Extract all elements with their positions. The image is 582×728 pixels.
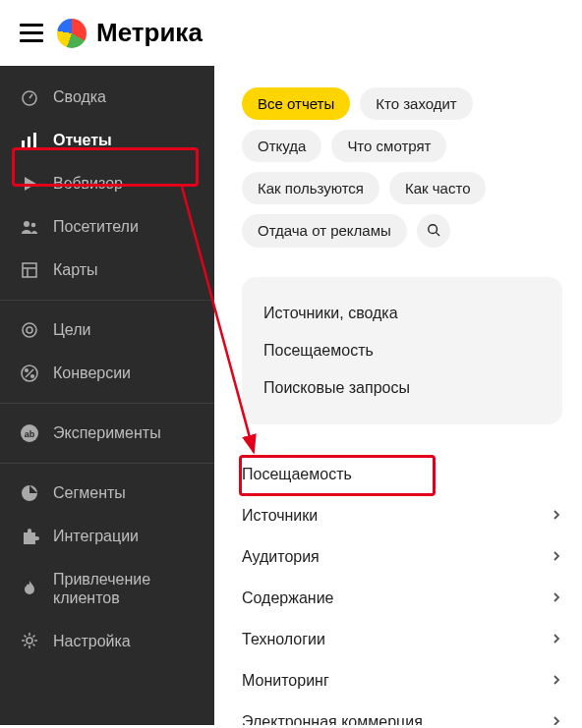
- sidebar-item-label: Карты: [53, 260, 98, 279]
- chip-how-used[interactable]: Как пользуются: [242, 172, 379, 204]
- chevron-right-icon: [551, 589, 562, 607]
- chip-all-reports[interactable]: Все отчеты: [242, 87, 350, 120]
- sidebar-item-label: Конверсии: [53, 364, 131, 382]
- gear-icon: [20, 631, 39, 650]
- report-categories: Посещаемость Источники Аудитория Содержа…: [242, 454, 562, 725]
- filter-chips: Все отчеты Кто заходит Откуда Что смотря…: [242, 87, 562, 248]
- sidebar-divider: [0, 403, 214, 404]
- category-content[interactable]: Содержание: [242, 578, 562, 619]
- menu-toggle-icon[interactable]: [20, 24, 43, 42]
- chevron-right-icon: [551, 631, 562, 648]
- svg-rect-2: [28, 137, 30, 147]
- svg-point-18: [27, 638, 32, 644]
- category-label: Содержание: [242, 589, 334, 607]
- sidebar-item-label: Отчеты: [53, 131, 112, 149]
- sidebar-item-label: Посетители: [53, 217, 139, 236]
- sidebar-item-label: Сегменты: [53, 483, 126, 502]
- content-area: Все отчеты Кто заходит Откуда Что смотря…: [214, 66, 582, 725]
- pie-icon: [20, 483, 39, 503]
- brand-logo[interactable]: Метрика: [57, 18, 203, 48]
- svg-point-15: [31, 375, 34, 378]
- chip-from-where[interactable]: Откуда: [242, 130, 321, 162]
- sidebar: Сводка Отчеты Вебвизор Посетители Карты: [0, 66, 214, 725]
- svg-point-6: [31, 223, 36, 228]
- sidebar-item-settings[interactable]: Настройка: [0, 619, 214, 662]
- target-icon: [20, 320, 39, 340]
- search-chip[interactable]: [417, 214, 450, 248]
- popular-report-search-queries[interactable]: Поисковые запросы: [263, 369, 541, 407]
- sidebar-item-goals[interactable]: Цели: [0, 308, 214, 352]
- category-label: Технологии: [242, 631, 325, 648]
- sidebar-item-label: Интеграции: [53, 527, 139, 545]
- sidebar-item-label: Эксперименты: [53, 423, 161, 442]
- chip-ad-return[interactable]: Отдача от рекламы: [242, 214, 407, 248]
- svg-point-5: [24, 221, 29, 227]
- flame-icon: [20, 579, 39, 598]
- category-traffic[interactable]: Посещаемость: [242, 454, 562, 495]
- category-technology[interactable]: Технологии: [242, 619, 562, 660]
- chip-how-often[interactable]: Как часто: [389, 172, 487, 204]
- sidebar-item-integrations[interactable]: Интеграции: [0, 515, 214, 558]
- chip-what-viewed[interactable]: Что смотрят: [331, 130, 446, 162]
- chevron-right-icon: [551, 713, 562, 725]
- svg-rect-3: [33, 133, 36, 147]
- brand-logo-icon: [57, 19, 87, 48]
- category-label: Посещаемость: [242, 466, 352, 483]
- sidebar-item-summary[interactable]: Сводка: [0, 76, 214, 119]
- sidebar-item-label: Настройка: [53, 632, 131, 650]
- popular-report-traffic[interactable]: Посещаемость: [263, 332, 541, 369]
- svg-rect-1: [22, 140, 25, 147]
- sidebar-item-label: Цели: [53, 320, 90, 339]
- ab-icon: ab: [20, 423, 39, 443]
- svg-rect-7: [23, 263, 36, 277]
- brand-name: Метрика: [96, 18, 203, 48]
- svg-point-19: [429, 224, 437, 233]
- svg-marker-4: [25, 177, 36, 191]
- play-icon: [20, 174, 39, 194]
- category-label: Аудитория: [242, 548, 320, 566]
- category-monitoring[interactable]: Мониторинг: [242, 660, 562, 701]
- popular-report-sources[interactable]: Источники, сводка: [263, 295, 541, 332]
- header: Метрика: [0, 0, 582, 66]
- chip-who-visits[interactable]: Кто заходит: [360, 87, 473, 120]
- svg-point-14: [26, 369, 29, 372]
- svg-point-10: [23, 323, 36, 337]
- sidebar-item-label: Привлечение клиентов: [53, 570, 195, 607]
- sidebar-item-reports[interactable]: Отчеты: [0, 119, 214, 162]
- sidebar-divider: [0, 300, 214, 301]
- svg-text:ab: ab: [25, 429, 35, 439]
- sidebar-item-segments[interactable]: Сегменты: [0, 472, 214, 515]
- sidebar-item-webvisor[interactable]: Вебвизор: [0, 162, 214, 205]
- category-label: Мониторинг: [242, 672, 329, 690]
- sidebar-item-experiments[interactable]: ab Эксперименты: [0, 412, 214, 455]
- svg-point-11: [27, 327, 32, 333]
- chevron-right-icon: [551, 672, 562, 690]
- popular-reports-box: Источники, сводка Посещаемость Поисковые…: [242, 277, 562, 424]
- users-icon: [20, 217, 39, 237]
- sidebar-item-maps[interactable]: Карты: [0, 249, 214, 292]
- category-audience[interactable]: Аудитория: [242, 536, 562, 578]
- search-icon: [427, 223, 440, 240]
- svg-line-20: [436, 232, 439, 236]
- sidebar-item-label: Вебвизор: [53, 174, 123, 193]
- sidebar-item-label: Сводка: [53, 87, 106, 106]
- gauge-icon: [20, 87, 39, 107]
- category-ecommerce[interactable]: Электронная коммерция: [242, 701, 562, 725]
- sidebar-item-acquisition[interactable]: Привлечение клиентов: [0, 558, 214, 619]
- sidebar-item-visitors[interactable]: Посетители: [0, 205, 214, 249]
- layout-icon: [20, 260, 39, 280]
- puzzle-icon: [20, 527, 39, 546]
- chevron-right-icon: [551, 548, 562, 566]
- category-label: Источники: [242, 507, 318, 525]
- sidebar-item-conversions[interactable]: Конверсии: [0, 352, 214, 395]
- category-label: Электронная коммерция: [242, 713, 423, 725]
- bars-icon: [20, 131, 39, 150]
- category-sources[interactable]: Источники: [242, 495, 562, 536]
- chevron-right-icon: [551, 507, 562, 525]
- percent-icon: [20, 364, 39, 383]
- sidebar-divider: [0, 463, 214, 464]
